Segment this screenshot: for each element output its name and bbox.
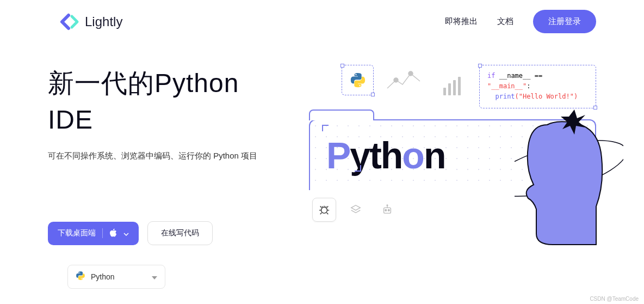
- crop-bracket-tl: [322, 125, 329, 131]
- svg-point-6: [387, 204, 388, 205]
- code-name: __name__: [499, 72, 531, 80]
- logo[interactable]: Lightly: [59, 11, 122, 33]
- code-colon: :: [527, 82, 530, 90]
- hero-title-line2: IDE: [48, 105, 93, 134]
- online-code-button[interactable]: 在线写代码: [147, 221, 213, 245]
- language-selector[interactable]: Python: [67, 265, 165, 289]
- watermark: CSDN @TeamCode: [590, 296, 639, 302]
- code-fn: print: [495, 93, 515, 100]
- head-silhouette: [515, 103, 612, 245]
- python-logo-widget: [342, 65, 374, 95]
- line-chart-widget: [385, 65, 425, 95]
- dropdown-caret-icon: [152, 272, 157, 282]
- hero-illustration: if __name__ == "__main__": print("Hello …: [309, 65, 596, 272]
- main-content: 新一代的Python IDE 可在不同操作系统、浏览器中编码、运行你的 Pyth…: [0, 43, 644, 289]
- python-word: Python: [326, 134, 445, 177]
- download-button[interactable]: 下载桌面端: [48, 222, 139, 245]
- hero-subtitle: 可在不同操作系统、浏览器中编码、运行你的 Python 项目: [48, 151, 287, 161]
- code-kw-if: if: [487, 72, 495, 80]
- svg-point-4: [385, 209, 387, 211]
- python-icon: [76, 271, 85, 283]
- code-main: "__main__": [487, 82, 527, 90]
- header: Lightly 即将推出 文档 注册登录: [0, 0, 644, 43]
- code-snippet-widget: if __name__ == "__main__": print("Hello …: [479, 65, 596, 108]
- banner-tab: [309, 110, 374, 120]
- svg-point-5: [388, 209, 389, 211]
- code-arg: ("Hello World!"): [515, 93, 578, 100]
- download-label: 下载桌面端: [58, 228, 96, 238]
- language-label: Python: [91, 272, 115, 281]
- action-buttons: 下载桌面端 在线写代码: [48, 221, 287, 245]
- svg-point-2: [321, 207, 327, 213]
- code-eq: ==: [535, 72, 542, 80]
- chevron-down-icon: [123, 229, 129, 238]
- logo-icon: [59, 11, 81, 33]
- apple-icon: [109, 228, 117, 239]
- nav-docs[interactable]: 文档: [497, 16, 513, 27]
- hero-left: 新一代的Python IDE 可在不同操作系统、浏览器中编码、运行你的 Pyth…: [48, 65, 287, 289]
- layers-icon[interactable]: [344, 198, 368, 222]
- robot-icon[interactable]: [375, 198, 399, 222]
- bar-chart-widget: [436, 65, 468, 95]
- crop-bracket-br: [355, 165, 361, 172]
- signup-button[interactable]: 注册登录: [533, 10, 596, 33]
- nav-coming-soon[interactable]: 即将推出: [445, 16, 478, 27]
- svg-point-1: [408, 71, 413, 76]
- button-divider: [102, 228, 103, 238]
- logo-text: Lightly: [85, 14, 122, 29]
- nav: 即将推出 文档 注册登录: [445, 10, 596, 33]
- svg-point-0: [394, 78, 398, 82]
- hero-title: 新一代的Python IDE: [48, 65, 287, 138]
- hero-title-line1: 新一代的Python: [48, 69, 239, 98]
- bug-icon[interactable]: [312, 198, 336, 222]
